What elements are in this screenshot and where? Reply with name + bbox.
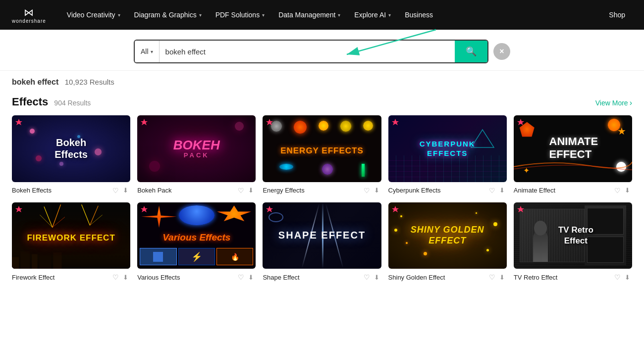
download-button[interactable]: ⬇ (372, 186, 381, 195)
svg-marker-3 (266, 119, 273, 125)
effect-card-bokeh-effects[interactable]: BokehEffects Bokeh Effects ♡ ⬇ (12, 115, 130, 195)
nav-business[interactable]: Business (398, 0, 440, 30)
search-bar: All ▾ 🔍 (134, 40, 488, 63)
search-icon: 🔍 (466, 46, 477, 57)
chevron-down-icon: ▾ (338, 12, 340, 18)
premium-badge (266, 205, 273, 215)
effect-card-shape[interactable]: SHAPE EFFECT Shape Effect ♡ ⬇ (263, 202, 381, 283)
close-icon: × (499, 47, 504, 56)
effect-thumbnail: BOKEH PACK (137, 115, 256, 182)
effect-info: Shape Effect ♡ ⬇ (263, 272, 381, 282)
effect-card-cyberpunk[interactable]: CYBERPUNKEFFECTS Cyberpunk Effects ♡ ⬇ (388, 115, 507, 195)
chevron-down-icon: ▾ (151, 49, 153, 54)
effect-thumbnail: ⚡ 🔥 Various Effects (137, 202, 256, 269)
effect-thumbnail: TV RetroEffect (514, 202, 632, 269)
navbar: ⋈ wondershare Video Creativity ▾ Diagram… (0, 0, 644, 30)
svg-marker-4 (392, 119, 399, 125)
effect-card-golden[interactable]: SHINY GOLDENEFFECT Shiny Golden Effect ♡… (388, 202, 507, 283)
effect-info: Animate Effect ♡ ⬇ (514, 186, 632, 195)
effect-name: Shape Effect (263, 274, 361, 281)
effect-card-firework[interactable]: FIREWORK EFFECT Firework Effect ♡ ⬇ (12, 202, 130, 283)
download-button[interactable]: ⬇ (497, 273, 507, 282)
section-title: Effects (12, 96, 48, 108)
results-count: 10,923 Results (65, 78, 114, 86)
premium-badge (517, 205, 525, 215)
logo-text: wondershare (12, 18, 46, 24)
like-button[interactable]: ♡ (612, 272, 623, 282)
svg-marker-23 (517, 206, 524, 212)
effect-card-retro[interactable]: TV RetroEffect TV Retro Effect ♡ ⬇ (514, 202, 632, 283)
logo[interactable]: ⋈ wondershare (12, 6, 46, 24)
like-button[interactable]: ♡ (487, 186, 497, 195)
svg-marker-5 (471, 130, 494, 147)
chevron-right-icon: › (630, 98, 632, 107)
effect-thumbnail: CYBERPUNKEFFECTS (388, 115, 507, 182)
premium-badge (266, 118, 273, 128)
effect-name: TV Retro Effect (514, 274, 612, 281)
download-button[interactable]: ⬇ (623, 186, 632, 195)
effects-grid-row2: FIREWORK EFFECT Firework Effect ♡ ⬇ (12, 202, 632, 283)
svg-marker-6 (517, 119, 524, 125)
premium-badge (140, 205, 148, 215)
download-button[interactable]: ⬇ (246, 186, 256, 195)
download-button[interactable]: ⬇ (372, 273, 381, 282)
search-input[interactable] (160, 41, 455, 62)
effect-name: Various Effects (137, 274, 236, 281)
effects-section: Effects 904 Results View More › BokehEff… (0, 87, 644, 287)
like-button[interactable]: ♡ (110, 272, 121, 282)
chevron-down-icon: ▾ (388, 12, 391, 18)
logo-icon: ⋈ (24, 6, 34, 18)
effect-name: Energy Effects (263, 187, 361, 194)
effect-thumbnail: ENERGY EFFECTS (263, 115, 381, 182)
svg-marker-21 (266, 206, 273, 212)
effect-name: Animate Effect (514, 187, 612, 194)
search-button[interactable]: 🔍 (455, 41, 487, 62)
effect-info: Shiny Golden Effect ♡ ⬇ (388, 272, 507, 282)
category-selector[interactable]: All ▾ (135, 41, 160, 62)
download-button[interactable]: ⬇ (121, 273, 130, 282)
view-more-button[interactable]: View More › (595, 98, 632, 107)
effect-info: Energy Effects ♡ ⬇ (263, 186, 381, 195)
svg-marker-1 (15, 119, 22, 125)
like-button[interactable]: ♡ (362, 186, 372, 195)
effect-thumbnail: BokehEffects (12, 115, 130, 182)
effect-info: Firework Effect ♡ ⬇ (12, 272, 130, 282)
effect-info: Cyberpunk Effects ♡ ⬇ (388, 186, 507, 195)
like-button[interactable]: ♡ (612, 186, 623, 195)
download-button[interactable]: ⬇ (121, 186, 130, 195)
premium-badge (15, 205, 23, 215)
effect-thumbnail: FIREWORK EFFECT (12, 202, 130, 269)
premium-badge (391, 205, 399, 215)
effect-card-bokeh-pack[interactable]: BOKEH PACK Bokeh Pack ♡ ⬇ (137, 115, 256, 195)
nav-diagram-graphics[interactable]: Diagram & Graphics ▾ (127, 0, 209, 30)
effect-thumbnail: ANIMATE EFFECT ★ ✦ (514, 115, 632, 182)
svg-marker-22 (392, 206, 399, 212)
like-button[interactable]: ♡ (236, 186, 246, 195)
like-button[interactable]: ♡ (362, 272, 372, 282)
section-header: Effects 904 Results View More › (12, 96, 632, 108)
nav-shop[interactable]: Shop (602, 0, 632, 30)
effects-grid-row1: BokehEffects Bokeh Effects ♡ ⬇ BOKEH PAC… (12, 115, 632, 195)
effect-card-various[interactable]: ⚡ 🔥 Various Effects Various Effects ♡ ⬇ (137, 202, 256, 283)
effect-name: Cyberpunk Effects (388, 187, 487, 194)
effect-card-energy[interactable]: ENERGY EFFECTS Energy Effects ♡ ⬇ (263, 115, 381, 195)
effect-info: Various Effects ♡ ⬇ (137, 272, 256, 282)
effect-card-animate[interactable]: ANIMATE EFFECT ★ ✦ Animate Effect ♡ ⬇ (514, 115, 632, 195)
download-button[interactable]: ⬇ (246, 273, 256, 282)
svg-marker-2 (141, 119, 148, 125)
effect-name: Firework Effect (12, 274, 110, 281)
svg-marker-20 (141, 206, 148, 212)
like-button[interactable]: ♡ (487, 272, 497, 282)
nav-data-management[interactable]: Data Management ▾ (271, 0, 347, 30)
download-button[interactable]: ⬇ (623, 273, 632, 282)
chevron-down-icon: ▾ (262, 12, 265, 18)
chevron-down-icon: ▾ (199, 12, 202, 18)
like-button[interactable]: ♡ (236, 272, 246, 282)
nav-video-creativity[interactable]: Video Creativity ▾ (60, 0, 127, 30)
download-button[interactable]: ⬇ (497, 186, 507, 195)
nav-explore-ai[interactable]: Explore AI ▾ (347, 0, 398, 30)
clear-button[interactable]: × (493, 43, 510, 60)
effect-thumbnail: SHAPE EFFECT (263, 202, 381, 269)
nav-pdf-solutions[interactable]: PDF Solutions ▾ (209, 0, 271, 30)
like-button[interactable]: ♡ (110, 186, 121, 195)
